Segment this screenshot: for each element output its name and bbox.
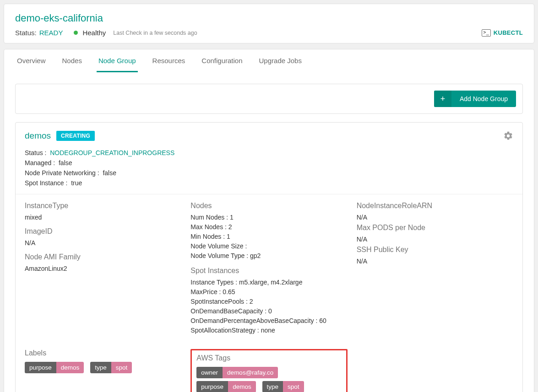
label-purpose: purpose demos bbox=[25, 362, 84, 373]
status-value: READY bbox=[39, 29, 63, 37]
ami-heading: Node AMI Family bbox=[25, 253, 181, 261]
spec-grid: InstanceType mixed ImageID N/A Node AMI … bbox=[16, 202, 522, 336]
instance-type-value: mixed bbox=[25, 214, 181, 221]
aws-tags-list: owner demos@rafay.co purpose demos type … bbox=[196, 367, 341, 392]
add-node-group-label: Add Node Group bbox=[451, 91, 516, 107]
add-node-group-button[interactable]: + Add Node Group bbox=[434, 91, 516, 107]
cluster-header: demo-eks-california Status: READY Health… bbox=[4, 4, 534, 43]
image-id-value: N/A bbox=[25, 239, 181, 247]
action-panel: + Add Node Group bbox=[15, 84, 523, 114]
node-group-meta: Status : NODEGROUP_CREATION_INPROGRESS M… bbox=[16, 144, 522, 187]
label-type: type spot bbox=[90, 362, 132, 373]
health-dot-icon bbox=[74, 31, 78, 35]
ami-value: AmazonLinux2 bbox=[25, 265, 181, 272]
spot-strategy: SpotAllocationStrategy : none bbox=[190, 327, 347, 334]
health-text: Healthy bbox=[82, 29, 106, 37]
spot-pools: SpotInstancePools : 2 bbox=[190, 298, 347, 305]
ng-status-value: NODEGROUP_CREATION_INPROGRESS bbox=[50, 149, 174, 156]
maxpods-value: N/A bbox=[357, 236, 513, 243]
num-nodes: Num Nodes : 1 bbox=[190, 214, 347, 221]
main-card: Overview Nodes Node Group Resources Conf… bbox=[4, 49, 534, 392]
spot-label: Spot Instance : bbox=[25, 179, 67, 187]
role-block: NodeInstanceRoleARN N/A Max PODS per Nod… bbox=[357, 202, 513, 336]
tabs: Overview Nodes Node Group Resources Conf… bbox=[15, 49, 523, 73]
spot-value: true bbox=[71, 179, 82, 187]
maxpods-heading: Max PODS per Node bbox=[357, 224, 513, 232]
tab-node-group[interactable]: Node Group bbox=[97, 49, 138, 72]
ondemand-base: OnDemandBaseCapacity : 0 bbox=[190, 307, 347, 315]
status-row: Status: READY Healthy Last Check in a fe… bbox=[15, 29, 523, 37]
tab-resources[interactable]: Resources bbox=[151, 49, 187, 72]
min-nodes: Min Nodes : 1 bbox=[190, 233, 347, 240]
status-label: Status: bbox=[15, 29, 37, 37]
vol-type: Node Volume Type : gp2 bbox=[190, 252, 347, 259]
instance-type-block: InstanceType mixed ImageID N/A Node AMI … bbox=[25, 202, 181, 336]
aws-tags-block: AWS Tags owner demos@rafay.co purpose de… bbox=[190, 349, 347, 392]
ssh-heading: SSH Public Key bbox=[357, 246, 513, 254]
plus-icon: + bbox=[434, 91, 451, 107]
spot-max-price: MaxPrice : 0.65 bbox=[190, 288, 347, 295]
tab-upgrade-jobs[interactable]: Upgrade Jobs bbox=[257, 49, 304, 72]
tag-purpose: purpose demos bbox=[196, 381, 255, 392]
vol-size: Node Volume Size : bbox=[190, 242, 347, 250]
aws-tags-highlight: AWS Tags owner demos@rafay.co purpose de… bbox=[190, 349, 347, 392]
tag-owner: owner demos@rafay.co bbox=[196, 367, 278, 378]
role-value: N/A bbox=[357, 214, 513, 221]
terminal-icon: >_ bbox=[482, 29, 491, 37]
spot-heading: Spot Instances bbox=[190, 267, 347, 275]
nodes-heading: Nodes bbox=[190, 202, 347, 210]
instance-type-heading: InstanceType bbox=[25, 202, 181, 210]
node-group-detail: demos CREATING Status : NODEGROUP_CREATI… bbox=[15, 122, 523, 392]
kubectl-button[interactable]: >_ KUBECTL bbox=[482, 29, 523, 37]
cluster-name: demo-eks-california bbox=[15, 12, 523, 24]
kubectl-label: KUBECTL bbox=[494, 29, 523, 36]
max-nodes: Max Nodes : 2 bbox=[190, 223, 347, 231]
tab-nodes[interactable]: Nodes bbox=[60, 49, 84, 72]
managed-value: false bbox=[59, 159, 72, 166]
nodes-block: Nodes Num Nodes : 1 Max Nodes : 2 Min No… bbox=[190, 202, 347, 336]
labels-list: purpose demos type spot bbox=[25, 362, 181, 376]
npn-label: Node Private Networking : bbox=[25, 169, 99, 177]
image-id-heading: ImageID bbox=[25, 227, 181, 236]
node-group-name: demos bbox=[25, 131, 51, 141]
last-check-text: Last Check in a few seconds ago bbox=[113, 30, 197, 36]
tab-configuration[interactable]: Configuration bbox=[200, 49, 244, 72]
tab-overview[interactable]: Overview bbox=[15, 49, 48, 72]
gear-icon[interactable] bbox=[503, 131, 513, 141]
ssh-value: N/A bbox=[357, 258, 513, 265]
role-heading: NodeInstanceRoleARN bbox=[357, 202, 513, 210]
managed-label: Managed : bbox=[25, 159, 55, 166]
ng-status-label: Status : bbox=[25, 149, 46, 156]
ondemand-pct: OnDemandPercentageAboveBaseCapacity : 60 bbox=[190, 317, 347, 324]
status-badge: CREATING bbox=[56, 131, 95, 141]
spot-instance-types: Instance Types : m5.xlarge, m4.2xlarge bbox=[190, 279, 347, 286]
labels-heading: Labels bbox=[25, 349, 181, 357]
aws-tags-heading: AWS Tags bbox=[196, 354, 341, 362]
tag-type: type spot bbox=[262, 381, 304, 392]
labels-block: Labels purpose demos type spot bbox=[25, 349, 181, 376]
npn-value: false bbox=[103, 169, 116, 177]
tags-grid: Labels purpose demos type spot AWS Tags bbox=[16, 341, 522, 392]
